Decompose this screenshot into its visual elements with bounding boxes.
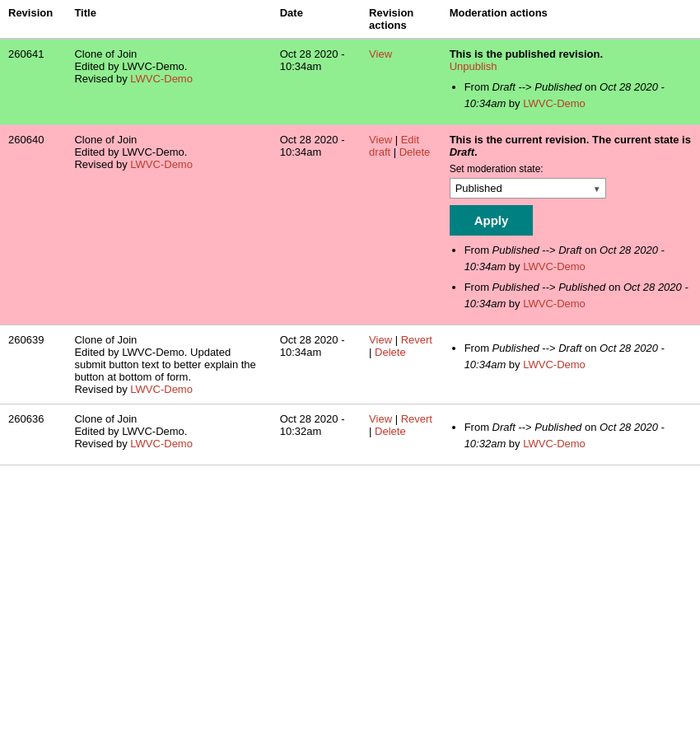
moderation-bullet: From Published --> Draft on Oct 28 2020 …: [464, 340, 692, 372]
revision-actions: View | Revert | Delete: [361, 404, 441, 465]
revision-date: Oct 28 2020 - 10:32am: [272, 404, 361, 465]
action-link-view[interactable]: View: [369, 48, 392, 60]
title-line1: Clone of Join: [74, 133, 263, 146]
moderation-bullet: From Draft --> Published on Oct 28 2020 …: [464, 79, 692, 111]
moderation-user-link[interactable]: LWVC-Demo: [523, 437, 586, 450]
title-line2: Edited by LWVC-Demo.: [74, 146, 263, 158]
apply-button[interactable]: Apply: [450, 205, 534, 236]
moderation-user-link[interactable]: LWVC-Demo: [523, 97, 586, 110]
revision-id: 260639: [0, 325, 66, 404]
revision-actions: View: [361, 39, 441, 125]
revised-by-link[interactable]: LWVC-Demo: [130, 158, 193, 171]
moderation-bullets: From Draft --> Published on Oct 28 2020 …: [450, 419, 692, 451]
action-link-revert[interactable]: Revert: [401, 413, 432, 425]
revision-id: 260640: [0, 125, 66, 325]
published-notice: This is the published revision.: [450, 48, 692, 60]
action-link-view[interactable]: View: [369, 413, 392, 425]
moderation-bullet: From Draft --> Published on Oct 28 2020 …: [464, 419, 692, 451]
col-header-moderation: Moderation actions: [441, 0, 700, 39]
moderation-user-link[interactable]: LWVC-Demo: [523, 297, 586, 310]
unpublish-link[interactable]: Unpublish: [450, 60, 497, 72]
title-line1: Clone of Join: [74, 48, 263, 60]
action-link-delete[interactable]: Delete: [375, 425, 406, 437]
moderation-bullets: From Published --> Draft on Oct 28 2020 …: [450, 242, 692, 311]
moderation-cell: This is the published revision.Unpublish…: [441, 39, 700, 125]
action-link-revert[interactable]: Revert: [401, 334, 432, 346]
moderation-cell: This is the current revision. The curren…: [441, 125, 700, 325]
title-line1: Clone of Join: [74, 334, 263, 346]
current-notice: This is the current revision. The curren…: [450, 133, 692, 158]
moderation-select-wrapper: Published▼: [450, 178, 606, 199]
set-moderation-label: Set moderation state:: [450, 163, 692, 175]
revision-id: 260636: [0, 404, 66, 465]
revision-title: Clone of JoinEdited by LWVC-Demo.Revised…: [66, 39, 271, 125]
title-line3: Revised by LWVC-Demo: [74, 383, 263, 395]
col-header-date: Date: [272, 0, 361, 39]
moderation-select[interactable]: Published: [450, 178, 606, 199]
revision-title: Clone of JoinEdited by LWVC-Demo.Revised…: [66, 404, 271, 465]
moderation-bullet: From Published --> Draft on Oct 28 2020 …: [464, 242, 692, 274]
title-line2: Edited by LWVC-Demo.: [74, 425, 263, 437]
table-row: 260639Clone of JoinEdited by LWVC-Demo. …: [0, 325, 700, 404]
title-line3: Revised by LWVC-Demo: [74, 72, 263, 85]
action-link-delete[interactable]: Delete: [375, 346, 406, 358]
moderation-bullets: From Draft --> Published on Oct 28 2020 …: [450, 79, 692, 111]
table-row: 260636Clone of JoinEdited by LWVC-Demo.R…: [0, 404, 700, 465]
moderation-cell: From Draft --> Published on Oct 28 2020 …: [441, 404, 700, 465]
title-line3: Revised by LWVC-Demo: [74, 437, 263, 450]
moderation-bullet: From Published --> Published on Oct 28 2…: [464, 279, 692, 311]
revision-id: 260641: [0, 39, 66, 125]
revision-date: Oct 28 2020 - 10:34am: [272, 325, 361, 404]
revision-date: Oct 28 2020 - 10:34am: [272, 39, 361, 125]
title-line1: Clone of Join: [74, 413, 263, 425]
revision-actions: View | Revert | Delete: [361, 325, 441, 404]
table-row: 260640Clone of JoinEdited by LWVC-Demo.R…: [0, 125, 700, 325]
table-row: 260641Clone of JoinEdited by LWVC-Demo.R…: [0, 39, 700, 125]
moderation-user-link[interactable]: LWVC-Demo: [523, 358, 586, 371]
revision-title: Clone of JoinEdited by LWVC-Demo.Revised…: [66, 125, 271, 325]
col-header-actions: Revision actions: [361, 0, 441, 39]
moderation-cell: From Published --> Draft on Oct 28 2020 …: [441, 325, 700, 404]
revised-by-link[interactable]: LWVC-Demo: [130, 72, 193, 85]
revision-title: Clone of JoinEdited by LWVC-Demo. Update…: [66, 325, 271, 404]
revised-by-link[interactable]: LWVC-Demo: [130, 383, 193, 395]
title-line3: Revised by LWVC-Demo: [74, 158, 263, 171]
col-header-revision: Revision: [0, 0, 66, 39]
revision-date: Oct 28 2020 - 10:34am: [272, 125, 361, 325]
action-link-delete[interactable]: Delete: [399, 146, 431, 158]
action-link-view[interactable]: View: [369, 334, 392, 346]
revision-actions: View | Edit draft | Delete: [361, 125, 441, 325]
col-header-title: Title: [66, 0, 271, 39]
action-link-view[interactable]: View: [369, 133, 392, 146]
moderation-user-link[interactable]: LWVC-Demo: [523, 260, 586, 273]
moderation-bullets: From Published --> Draft on Oct 28 2020 …: [450, 340, 692, 372]
title-line2: Edited by LWVC-Demo. Updated submit butt…: [74, 346, 263, 383]
revised-by-link[interactable]: LWVC-Demo: [130, 437, 193, 450]
title-line2: Edited by LWVC-Demo.: [74, 60, 263, 72]
